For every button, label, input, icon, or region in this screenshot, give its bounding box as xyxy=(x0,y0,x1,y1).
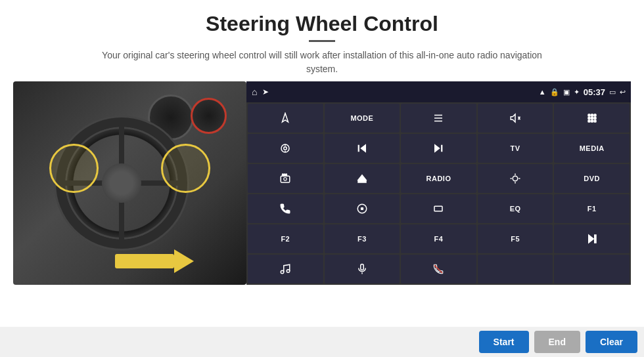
subtitle: Your original car's steering wheel contr… xyxy=(92,49,552,76)
lock-icon: 🔒 xyxy=(550,88,559,96)
compass-btn[interactable] xyxy=(325,194,400,223)
phone-end-btn[interactable] xyxy=(401,255,476,284)
svg-point-37 xyxy=(281,270,285,274)
circle-highlight-right xyxy=(161,144,210,193)
bottom-bar: Start End Clear xyxy=(0,327,644,357)
svg-rect-8 xyxy=(588,117,590,119)
svg-point-15 xyxy=(284,147,287,150)
svg-marker-18 xyxy=(361,145,365,152)
brightness-btn[interactable] xyxy=(478,164,553,193)
phone-btn[interactable] xyxy=(248,194,323,223)
media-btn[interactable]: MEDIA xyxy=(554,134,630,163)
svg-rect-7 xyxy=(594,114,596,116)
send-icon: ➤ xyxy=(262,87,269,96)
nav-btn[interactable] xyxy=(248,104,323,133)
buttons-grid: MODE xyxy=(246,102,631,285)
status-bar: ⌂ ➤ ▲ 🔒 ▣ ✦ 05:37 ▭ ↩ xyxy=(246,81,631,102)
svg-rect-12 xyxy=(591,120,593,122)
f1-btn[interactable]: F1 xyxy=(554,194,630,223)
page-title: Steering Wheel Control xyxy=(13,12,631,36)
sd-icon: ▣ xyxy=(563,88,570,96)
svg-rect-5 xyxy=(588,114,590,116)
empty-btn-4[interactable] xyxy=(478,255,553,284)
next-btn[interactable] xyxy=(401,134,476,163)
svg-rect-13 xyxy=(594,120,596,122)
title-divider xyxy=(309,40,335,42)
svg-point-27 xyxy=(513,176,518,181)
back-icon: ↩ xyxy=(620,88,626,96)
svg-marker-20 xyxy=(435,145,440,152)
svg-point-33 xyxy=(361,208,363,210)
eq-btn[interactable]: EQ xyxy=(478,194,553,223)
svg-text:360: 360 xyxy=(283,174,287,177)
f3-btn[interactable]: F3 xyxy=(325,224,400,253)
svg-rect-34 xyxy=(434,206,442,211)
page-container: Steering Wheel Control Your original car… xyxy=(0,0,644,357)
mic-btn[interactable] xyxy=(325,255,400,284)
home-icon: ⌂ xyxy=(252,87,257,97)
apps-btn[interactable] xyxy=(554,104,630,133)
gauge-right xyxy=(191,98,227,134)
start-button[interactable]: Start xyxy=(479,331,529,353)
status-time: 05:37 xyxy=(584,87,605,97)
settings-circle-btn[interactable] xyxy=(248,134,323,163)
android-panel: ⌂ ➤ ▲ 🔒 ▣ ✦ 05:37 ▭ ↩ xyxy=(246,81,631,285)
circle-highlight-left xyxy=(49,144,99,193)
f2-btn[interactable]: F2 xyxy=(248,224,323,253)
svg-rect-10 xyxy=(594,117,596,119)
list-btn[interactable] xyxy=(401,104,476,133)
svg-point-23 xyxy=(284,178,287,181)
mode-btn[interactable]: MODE xyxy=(325,104,400,133)
f4-btn[interactable]: F4 xyxy=(401,224,476,253)
eject-btn[interactable] xyxy=(325,164,400,193)
clear-button[interactable]: Clear xyxy=(586,331,637,353)
camera-360-btn[interactable]: 360 xyxy=(248,164,323,193)
svg-rect-6 xyxy=(591,114,593,116)
tv-btn[interactable]: TV xyxy=(478,134,553,163)
prev-btn[interactable] xyxy=(325,134,400,163)
dvd-btn[interactable]: DVD xyxy=(554,164,630,193)
play-pause-btn[interactable] xyxy=(554,224,630,253)
mute-btn[interactable] xyxy=(478,104,553,133)
svg-point-38 xyxy=(287,270,290,273)
header-section: Steering Wheel Control Your original car… xyxy=(0,0,644,81)
svg-rect-26 xyxy=(358,181,366,182)
f5-btn[interactable]: F5 xyxy=(478,224,553,253)
svg-rect-9 xyxy=(591,117,593,119)
screen-icon: ▭ xyxy=(609,88,616,96)
radio-btn[interactable]: RADIO xyxy=(401,164,476,193)
svg-rect-22 xyxy=(281,176,290,182)
svg-marker-25 xyxy=(358,175,366,180)
content-section: ⌂ ➤ ▲ 🔒 ▣ ✦ 05:37 ▭ ↩ xyxy=(0,81,644,357)
car-image xyxy=(13,81,246,285)
bt-icon: ✦ xyxy=(574,88,580,96)
wifi-icon: ▲ xyxy=(539,88,546,96)
empty-btn-5[interactable] xyxy=(554,255,630,284)
svg-rect-11 xyxy=(588,120,590,122)
end-button[interactable]: End xyxy=(534,331,580,353)
svg-rect-36 xyxy=(594,235,595,243)
svg-rect-39 xyxy=(361,264,364,270)
svg-marker-35 xyxy=(588,235,593,243)
rectangle-btn[interactable] xyxy=(401,194,476,223)
music-btn[interactable] xyxy=(248,255,323,284)
